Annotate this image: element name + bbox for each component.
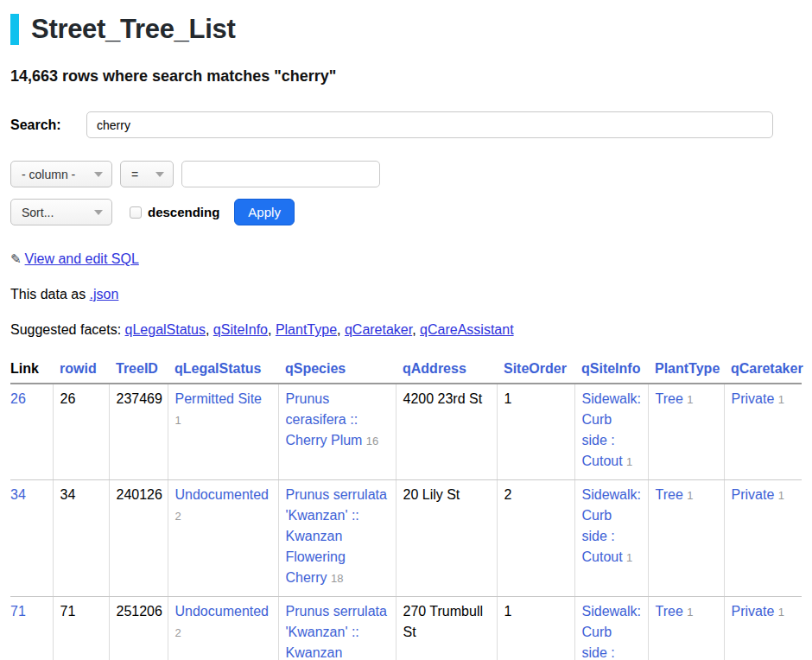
facet-count: 1 (687, 393, 693, 406)
operator-select[interactable]: = (120, 161, 174, 187)
cell-treeid: 237469 (109, 384, 168, 480)
facet-count: 1 (626, 551, 632, 564)
facet-link-qsiteinfo[interactable]: qSiteInfo (213, 322, 268, 337)
sort-select-value: Sort... (22, 206, 54, 219)
page-title-text: Street_Tree_List (31, 14, 235, 45)
facet-value-link[interactable]: Tree (656, 604, 683, 619)
column-select-value: - column - (22, 168, 75, 181)
column-select[interactable]: - column - (10, 161, 112, 187)
cell-row-link: 26 (10, 384, 53, 480)
cell-qcaretaker: Private 1 (724, 480, 802, 597)
facet-link-qcareassistant[interactable]: qCareAssistant (420, 322, 514, 337)
facet-item: qLegalStatus (125, 322, 213, 337)
operator-select-value: = (131, 168, 138, 181)
facet-count: 2 (175, 626, 181, 639)
cell-treeid: 240126 (109, 480, 168, 597)
facet-value-link[interactable]: Undocumented (175, 487, 270, 502)
facet-count: 16 (366, 435, 378, 447)
filter-row: - column - = (10, 161, 802, 187)
column-header-rowid[interactable]: rowid (53, 358, 109, 384)
facet-link-planttype[interactable]: PlantType (276, 322, 337, 337)
facet-count: 1 (778, 393, 784, 406)
cell-siteorder: 1 (497, 384, 574, 480)
search-label: Search: (10, 117, 86, 133)
table-row: 34 34 240126 Undocumented 2 Prunus serru… (10, 480, 802, 597)
cell-qlegalstatus: Undocumented 2 (168, 597, 278, 660)
data-export-line: This data as .json (10, 287, 802, 302)
cell-planttype: Tree 1 (648, 480, 724, 597)
column-header-qsiteinfo[interactable]: qSiteInfo (574, 358, 648, 384)
row-link[interactable]: 34 (10, 487, 26, 502)
cell-qaddress: 4200 23rd St (396, 384, 497, 480)
facet-count: 1 (778, 489, 784, 502)
cell-row-link: 34 (10, 480, 53, 597)
page-title: Street_Tree_List (10, 14, 802, 45)
facet-link-qlegalstatus[interactable]: qLegalStatus (125, 322, 206, 337)
filter-value-input[interactable] (181, 161, 380, 187)
facet-value-link[interactable]: Prunus cerasifera :: Cherry Plum (286, 391, 363, 447)
row-link[interactable]: 71 (10, 604, 26, 619)
sort-select[interactable]: Sort... (10, 199, 112, 225)
facet-value-link[interactable]: Private (732, 391, 775, 406)
facet-value-link[interactable]: Permitted Site (175, 391, 262, 406)
suggested-facets-line: Suggested facets: qLegalStatusqSiteInfoP… (10, 322, 802, 338)
cell-qsiteinfo: Sidewalk: Curb side : Cutout 1 (574, 597, 648, 660)
column-header-qspecies[interactable]: qSpecies (278, 358, 396, 384)
cell-qsiteinfo: Sidewalk: Curb side : Cutout 1 (574, 384, 648, 480)
facet-value-link[interactable]: Tree (656, 391, 683, 406)
facet-value-link[interactable]: Prunus serrulata 'Kwanzan' :: Kwanzan Fl… (286, 487, 387, 585)
facet-item: PlantType (276, 322, 345, 337)
facet-value-link[interactable]: Private (732, 487, 775, 502)
column-header-link: Link (10, 358, 53, 384)
column-header-planttype[interactable]: PlantType (648, 358, 724, 384)
sort-row: Sort... descending Apply (10, 199, 802, 225)
table-row: 71 71 251206 Undocumented 2 Prunus serru… (10, 597, 802, 660)
cell-rowid: 26 (53, 384, 109, 480)
cell-planttype: Tree 1 (648, 597, 724, 660)
row-link[interactable]: 26 (10, 391, 26, 406)
column-header-qcaretaker[interactable]: qCaretaker (724, 358, 802, 384)
cell-siteorder: 2 (497, 480, 574, 597)
facet-count: 1 (175, 414, 181, 427)
row-count-summary: 14,663 rows where search matches "cherry… (10, 67, 802, 86)
cell-siteorder: 1 (497, 597, 574, 660)
data-as-prefix: This data as (10, 287, 86, 301)
cell-qspecies: Prunus serrulata 'Kwanzan' :: Kwanzan Fl… (278, 597, 396, 660)
search-row: Search: (10, 111, 802, 138)
table-row: 26 26 237469 Permitted Site 1 Prunus cer… (10, 384, 802, 480)
facet-count: 18 (331, 572, 343, 585)
facet-value-link[interactable]: Tree (656, 487, 683, 502)
cell-qaddress: 20 Lily St (396, 480, 497, 597)
facet-count: 2 (175, 510, 181, 523)
cell-planttype: Tree 1 (648, 384, 724, 480)
cell-rowid: 71 (53, 597, 109, 660)
cell-qsiteinfo: Sidewalk: Curb side : Cutout 1 (574, 480, 648, 597)
chevron-down-icon (155, 172, 164, 177)
json-link[interactable]: .json (90, 287, 119, 301)
cell-qlegalstatus: Undocumented 2 (168, 480, 278, 597)
descending-checkbox[interactable] (130, 206, 142, 219)
column-header-siteorder[interactable]: SiteOrder (497, 358, 574, 384)
facet-count: 1 (626, 455, 632, 468)
facet-value-link[interactable]: Sidewalk: Curb side : Cutout (582, 604, 641, 660)
column-header-treeid[interactable]: TreeID (109, 358, 168, 384)
column-header-qaddress[interactable]: qAddress (396, 358, 497, 384)
cell-row-link: 71 (10, 597, 53, 660)
results-table: Link rowid TreeID qLegalStatus qSpecies … (10, 358, 802, 660)
column-header-qlegalstatus[interactable]: qLegalStatus (168, 358, 278, 384)
apply-button[interactable]: Apply (234, 199, 295, 225)
facet-value-link[interactable]: Private (732, 604, 775, 619)
facet-value-link[interactable]: Prunus serrulata 'Kwanzan' :: Kwanzan Fl… (286, 604, 387, 660)
view-edit-sql-link[interactable]: View and edit SQL (25, 251, 139, 266)
table-header-row: Link rowid TreeID qLegalStatus qSpecies … (10, 358, 802, 384)
sql-line: ✎View and edit SQL (10, 251, 802, 267)
cell-treeid: 251206 (109, 597, 168, 660)
title-accent-bar (10, 14, 19, 45)
facet-link-qcaretaker[interactable]: qCaretaker (345, 322, 412, 337)
facet-count: 1 (778, 606, 784, 619)
cell-qspecies: Prunus serrulata 'Kwanzan' :: Kwanzan Fl… (278, 480, 396, 597)
search-input[interactable] (86, 111, 773, 138)
cell-qcaretaker: Private 1 (724, 597, 802, 660)
facet-value-link[interactable]: Undocumented (175, 604, 270, 619)
cell-qspecies: Prunus cerasifera :: Cherry Plum 16 (278, 384, 396, 480)
